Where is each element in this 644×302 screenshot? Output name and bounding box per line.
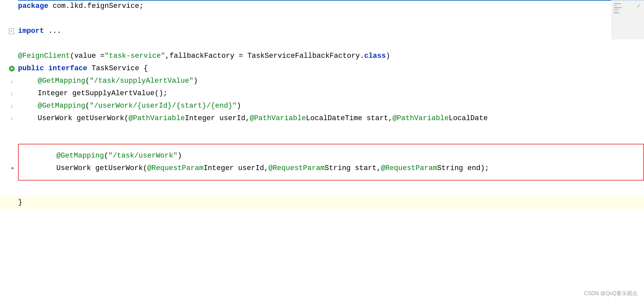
getmapping-2-value: "/userWork/{userId}/{start}/{end}"	[89, 100, 237, 112]
line-import: + import ...	[0, 25, 644, 37]
line-empty-3	[0, 125, 644, 137]
gutter-import: +	[0, 25, 18, 37]
watermark: CSDN @QvQ要乐观点	[584, 290, 637, 297]
import-dots: ...	[48, 25, 61, 37]
interface-name: TaskService {	[91, 62, 148, 75]
line-getmapping-2: ↓ @GetMapping("/userWork/{userId}/{start…	[0, 100, 644, 112]
getmapping-2-close: )	[237, 100, 241, 112]
editor-container: ▬▬▬▬▬▬▬ ▬▬▬▬ ▬▬▬▬▬▬▬▬▬▬ ▬▬▬▬▬▬ ▬▬▬▬▬ ▬▬▬…	[0, 0, 644, 302]
annotation-getmapping-1: @GetMapping	[38, 75, 85, 87]
gutter-get-supply-alert: ↓	[0, 87, 18, 100]
keyword-package: package	[18, 0, 48, 12]
hb-getmapping-value: "/task/userWork"	[108, 150, 177, 162]
feign-value-string: "task-service"	[105, 50, 165, 62]
hb-get-userwork: ● UserWork getUserWork(@RequestParam Int…	[19, 162, 643, 175]
highlighted-code-block: @GetMapping("/task/userWork") ● UserWork…	[18, 144, 644, 181]
hb-reqparam-3: String end);	[437, 162, 489, 175]
hb-reqparam-2: String start,	[325, 162, 381, 175]
pathvar-param-2: LocalDateTime start,	[306, 112, 393, 125]
gutter-circle-icon-5: ↓	[9, 116, 15, 121]
gutter-empty-1	[0, 12, 18, 25]
line-empty-4	[0, 184, 644, 196]
keyword-class: class	[364, 50, 386, 62]
gutter-package	[0, 0, 18, 12]
package-name: com.lkd.feignService;	[53, 0, 144, 12]
hb-getmapping-close: )	[178, 150, 182, 162]
userwork-return: UserWork getUserWork(	[38, 112, 128, 125]
hb-getmapping-open: (	[104, 150, 108, 162]
feign-close-paren: )	[386, 50, 390, 62]
keyword-import: import	[18, 25, 44, 37]
gutter-closing-brace	[0, 196, 18, 209]
closing-brace-char: }	[18, 196, 22, 209]
getmapping-1-open: (	[85, 75, 89, 87]
line-get-userwork-1: ↓ UserWork getUserWork(@PathVariable Int…	[0, 112, 644, 125]
hb-annotation-reqparam-1: @RequestParam	[147, 162, 204, 175]
line-get-supply-alert: ↓ Integer getSupplyAlertValue();	[0, 87, 644, 100]
integer-type: Integer getSupplyAlertValue();	[38, 87, 167, 100]
pathvar-param-1: Integer userId,	[185, 112, 250, 125]
gutter-getmapping-1: ↓	[0, 75, 18, 87]
gutter-getmapping-2: ↓	[0, 100, 18, 112]
line-empty-2	[0, 37, 644, 50]
import-expand-icon[interactable]: +	[9, 28, 14, 34]
annotation-pathvariable-2: @PathVariable	[250, 112, 306, 125]
hb-annotation-reqparam-2: @RequestParam	[268, 162, 325, 175]
hb-gutter-userwork: ●	[1, 162, 19, 175]
feign-params: (value =	[70, 50, 105, 62]
gutter-circle-icon-4: ↓	[9, 103, 15, 109]
line-feign-annotation: @FeignClient(value = "task-service",fall…	[0, 50, 644, 62]
keyword-public: public	[18, 62, 44, 75]
line-closing-brace: }	[0, 196, 644, 209]
gutter-feign	[0, 50, 18, 62]
gutter-public-interface: ●	[0, 62, 18, 75]
getmapping-1-close: )	[193, 75, 198, 87]
line-public-interface: ● public interface TaskService {	[0, 62, 644, 75]
annotation-pathvariable-3: @PathVariable	[393, 112, 449, 125]
gutter-get-userwork-1: ↓	[0, 112, 18, 125]
gutter-circle-icon-3: ↓	[9, 91, 15, 97]
hb-annotation-getmapping: @GetMapping	[56, 150, 104, 162]
gutter-empty-3	[0, 125, 18, 137]
feign-comma: ,fallbackFactory = TaskServiceFallbackFa…	[165, 50, 364, 62]
line-getmapping-1: ↓ @GetMapping("/task/supplyAlertValue")	[0, 75, 644, 87]
annotation-getmapping-2: @GetMapping	[38, 100, 85, 112]
line-package: package com.lkd.feignService;	[0, 0, 644, 12]
annotation-pathvariable-1: @PathVariable	[128, 112, 185, 125]
keyword-interface: interface	[48, 62, 87, 75]
hb-gutter-getmapping	[1, 150, 19, 162]
hb-reqparam-1: Integer userId,	[204, 162, 268, 175]
gutter-circle-icon-1: ●	[9, 66, 15, 72]
line-empty-1	[0, 12, 644, 25]
gutter-empty-4	[0, 184, 18, 196]
annotation-feign-client: @FeignClient	[18, 50, 70, 62]
gutter-empty-2	[0, 37, 18, 50]
hb-annotation-reqparam-3: @RequestParam	[381, 162, 437, 175]
pathvar-param-3: LocalDate	[449, 112, 488, 125]
gutter-circle-icon-2: ↓	[9, 78, 15, 84]
hb-gutter-circle-icon: ●	[10, 165, 15, 171]
getmapping-2-open: (	[85, 100, 89, 112]
hb-getmapping-userwork: @GetMapping("/task/userWork")	[19, 150, 643, 162]
hb-userwork-return: UserWork getUserWork(	[56, 162, 147, 175]
getmapping-1-value: "/task/supplyAlertValue"	[89, 75, 193, 87]
